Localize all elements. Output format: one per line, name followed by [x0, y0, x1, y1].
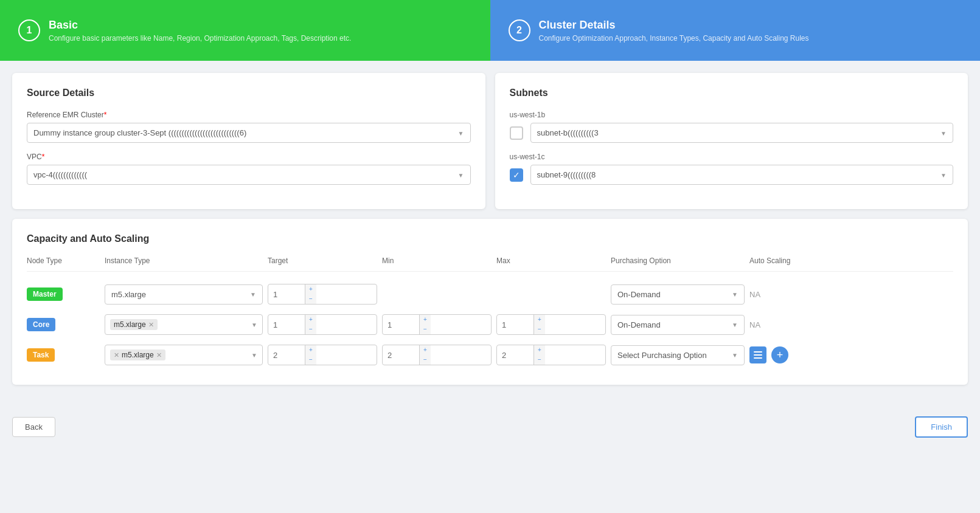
task-instance-tag-select[interactable]: ✕ m5.xlarge ✕ ▼ [105, 345, 263, 365]
svg-rect-1 [754, 354, 762, 356]
top-row: Source Details Reference EMR Cluster* Du… [12, 73, 968, 219]
core-instance-tag-remove[interactable]: ✕ [148, 321, 154, 329]
subnet-select-wrap-2: subnet-9(((((((((8 ▼ [530, 165, 954, 185]
subnet-row-1: us-west-1b subnet-b((((((((((3 ▼ [510, 111, 954, 143]
vpc-label: VPC* [27, 153, 471, 161]
core-min-stepper[interactable]: + − [382, 314, 492, 335]
step-2-circle: 2 [509, 19, 530, 41]
core-instance-tag-select[interactable]: m5.xlarge ✕ ▼ [105, 314, 263, 335]
task-autoscaling-add-icon[interactable]: + [771, 346, 788, 363]
subnet-select-wrapper-1[interactable]: subnet-b((((((((((3 ▼ [530, 123, 954, 143]
task-purchasing-select[interactable]: Select Purchasing Option On-Demand Spot [611, 346, 744, 365]
core-target-btns: + − [305, 315, 316, 334]
subnet-input-row-2: subnet-9(((((((((8 ▼ [510, 165, 954, 185]
task-autoscaling-icons: + [749, 346, 835, 363]
subnet-select-wrapper-2[interactable]: subnet-9(((((((((8 ▼ [530, 165, 954, 185]
task-target-btns: + − [305, 345, 316, 365]
core-target-stepper[interactable]: + − [268, 314, 377, 335]
svg-rect-2 [754, 357, 762, 359]
table-row: Master m5.xlarge ▼ + − [27, 279, 953, 309]
core-target-input[interactable] [268, 317, 305, 333]
vpc-select[interactable]: vpc-4((((((((((((( [27, 165, 470, 184]
capacity-card: Capacity and Auto Scaling Node Type Inst… [12, 219, 968, 385]
vpc-select-wrapper[interactable]: vpc-4((((((((((((( ▼ [27, 165, 471, 185]
subnet-region-2: us-west-1c [510, 153, 954, 161]
core-min-decrement[interactable]: − [420, 325, 431, 334]
col-purchasing: Purchasing Option [611, 256, 745, 265]
core-target-increment[interactable]: + [305, 315, 316, 325]
task-max-input[interactable] [497, 347, 533, 363]
task-instance-tag-remove[interactable]: ✕ [156, 351, 162, 359]
task-target-input[interactable] [268, 347, 305, 363]
core-max-increment[interactable]: + [534, 315, 545, 325]
step-2-text: Cluster Details Configure Optimization A… [539, 19, 809, 43]
subnet-checkbox-1[interactable] [510, 126, 523, 140]
master-purchasing-select[interactable]: On-Demand [611, 285, 744, 304]
task-min-increment[interactable]: + [420, 345, 431, 355]
master-target-stepper[interactable]: + − [268, 284, 377, 305]
footer-bar: Back Finish [0, 407, 980, 447]
master-instance-select[interactable]: m5.xlarge [105, 285, 262, 304]
subnets-title: Subnets [510, 88, 954, 98]
core-min-input[interactable] [383, 317, 419, 333]
subnet-select-1[interactable]: subnet-b((((((((((3 [531, 123, 953, 142]
master-target-input[interactable] [268, 286, 305, 303]
task-autoscaling-list-icon[interactable] [749, 346, 766, 363]
step-1-circle: 1 [18, 19, 40, 41]
emr-cluster-select[interactable]: Dummy instance group cluster-3-Sept ((((… [27, 123, 470, 142]
core-target-decrement[interactable]: − [305, 325, 316, 334]
task-min-decrement[interactable]: − [420, 355, 431, 365]
col-auto-scaling: Auto Scaling [749, 256, 835, 265]
master-target-increment[interactable]: + [305, 284, 316, 294]
core-instance-tag-arrow: ▼ [251, 322, 257, 328]
core-autoscaling-na: NA [749, 320, 835, 329]
finish-button[interactable]: Finish [915, 416, 968, 438]
core-purchasing-wrapper[interactable]: On-Demand ▼ [611, 315, 745, 335]
subnet-row-2: us-west-1c subnet-9(((((((((8 ▼ [510, 153, 954, 185]
capacity-table-header: Node Type Instance Type Target Min Max P… [27, 256, 953, 272]
step-header: 1 Basic Configure basic parameters like … [0, 0, 980, 61]
subnet-select-2[interactable]: subnet-9(((((((((8 [531, 165, 953, 184]
task-min-input[interactable] [383, 347, 419, 363]
task-target-decrement[interactable]: − [305, 355, 316, 365]
task-instance-tag-x[interactable]: ✕ [114, 351, 119, 359]
master-target-decrement[interactable]: − [305, 294, 316, 304]
core-purchasing-select[interactable]: On-Demand [611, 315, 744, 334]
core-max-stepper[interactable]: + − [496, 314, 606, 335]
svg-rect-0 [754, 351, 762, 353]
step-2: 2 Cluster Details Configure Optimization… [490, 0, 981, 61]
task-badge: Task [27, 348, 55, 362]
task-target-increment[interactable]: + [305, 345, 316, 355]
capacity-title: Capacity and Auto Scaling [27, 233, 953, 244]
subnet-checkbox-2[interactable] [510, 168, 523, 182]
table-row: Task ✕ m5.xlarge ✕ ▼ + − [27, 340, 953, 370]
col-node-type: Node Type [27, 256, 100, 265]
core-badge: Core [27, 318, 55, 331]
master-instance-select-wrapper[interactable]: m5.xlarge ▼ [105, 284, 263, 305]
task-purchasing-wrapper[interactable]: Select Purchasing Option On-Demand Spot … [611, 345, 745, 365]
core-max-input[interactable] [497, 317, 533, 333]
core-min-btns: + − [419, 315, 431, 334]
task-max-increment[interactable]: + [534, 345, 545, 355]
task-instance-tag-arrow: ▼ [251, 352, 257, 359]
master-purchasing-wrapper[interactable]: On-Demand ▼ [611, 284, 745, 305]
core-instance-tag: m5.xlarge ✕ [110, 319, 158, 330]
subnet-select-wrap-1: subnet-b((((((((((3 ▼ [530, 123, 954, 143]
master-badge: Master [27, 287, 63, 301]
emr-cluster-select-wrapper[interactable]: Dummy instance group cluster-3-Sept ((((… [27, 123, 471, 143]
emr-cluster-group: Reference EMR Cluster* Dummy instance gr… [27, 111, 471, 143]
core-max-btns: + − [533, 315, 545, 334]
task-max-decrement[interactable]: − [534, 355, 545, 365]
core-min-increment[interactable]: + [420, 315, 431, 325]
task-max-stepper[interactable]: + − [496, 345, 606, 365]
task-max-btns: + − [533, 345, 545, 365]
master-badge-cell: Master [27, 287, 100, 301]
core-max-decrement[interactable]: − [534, 325, 545, 334]
col-instance-type: Instance Type [105, 256, 263, 265]
emr-cluster-label: Reference EMR Cluster* [27, 111, 471, 119]
task-min-stepper[interactable]: + − [382, 345, 492, 365]
master-target-btns: + − [305, 284, 316, 304]
back-button[interactable]: Back [12, 417, 55, 437]
subnet-input-row-1: subnet-b((((((((((3 ▼ [510, 123, 954, 143]
task-target-stepper[interactable]: + − [268, 345, 377, 365]
